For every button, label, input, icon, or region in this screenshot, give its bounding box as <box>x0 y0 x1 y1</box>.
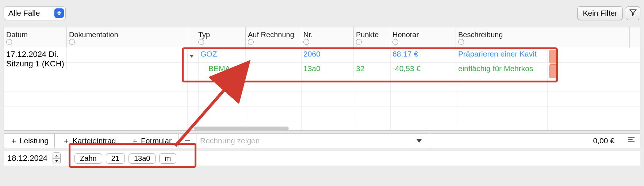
cell-desc: Präparieren einer Kavit <box>456 48 547 63</box>
chevron-down-icon <box>417 139 422 143</box>
no-filter-label: Kein Filter <box>583 9 617 18</box>
case-filter-select[interactable]: Alle Fälle <box>4 6 66 20</box>
cell-desc: einflächig für Mehrkos <box>456 63 547 77</box>
cell-points <box>354 48 390 63</box>
case-filter-label: Alle Fälle <box>8 9 54 18</box>
align-button[interactable] <box>622 133 640 148</box>
col-doc[interactable]: Dokumentation <box>69 31 185 39</box>
table-row[interactable]: GOZ 2060 68,17 € Präparieren einer Kavit <box>4 48 640 63</box>
action-toolbar: ＋Leistung ＋Karteieintrag ＋Formular − Rec… <box>4 133 640 148</box>
cell-type: GOZ <box>198 48 246 63</box>
col-type[interactable]: Typ <box>198 31 243 39</box>
add-card-button[interactable]: ＋Karteieintrag <box>55 133 124 148</box>
col-fee[interactable]: Honorar <box>392 31 453 39</box>
entry-tag[interactable]: Zahn <box>74 153 102 164</box>
chevron-updown-icon <box>54 8 64 18</box>
entry-date-field[interactable]: 18.12.2024 <box>5 153 50 164</box>
status-badge <box>549 64 558 78</box>
chevron-down-icon[interactable] <box>189 55 194 58</box>
filter-button[interactable] <box>626 6 640 20</box>
entry-tag[interactable]: m <box>159 153 176 164</box>
add-form-button[interactable]: ＋Formular <box>124 133 179 148</box>
cell-fee: 68,17 € <box>390 48 456 63</box>
dropdown-toggle[interactable] <box>408 133 430 148</box>
chevron-down-icon <box>55 160 58 162</box>
status-badge <box>549 50 558 63</box>
remove-button[interactable]: − <box>179 133 196 148</box>
col-nr[interactable]: Nr. <box>303 31 351 39</box>
funnel-icon <box>629 8 637 18</box>
cell-fee: -40,53 € <box>390 63 456 77</box>
entry-tag[interactable]: 13a0 <box>129 153 156 164</box>
horizontal-scrollbar[interactable] <box>194 127 289 130</box>
entry-tag[interactable]: 21 <box>106 153 125 164</box>
no-filter-button[interactable]: Kein Filter <box>577 6 623 20</box>
date-stepper[interactable] <box>53 152 61 164</box>
col-desc[interactable]: Beschreibung <box>458 31 627 39</box>
add-service-button[interactable]: ＋Leistung <box>4 133 55 148</box>
cell-type: BEMA <box>198 63 246 77</box>
col-points[interactable]: Punkte <box>356 31 388 39</box>
col-invoice[interactable]: Auf Rechnung <box>248 31 299 39</box>
chevron-up-icon <box>55 155 58 156</box>
show-invoice-button[interactable]: Rechnung zeigen <box>196 133 408 148</box>
sum-display: 0,00 € <box>430 133 622 148</box>
col-date[interactable]: Datum <box>6 31 64 39</box>
table-row[interactable]: BEMA 13a0 32 -40,53 € einflächig für Meh… <box>4 63 640 77</box>
cell-nr: 2060 <box>301 48 354 63</box>
cell-nr: 13a0 <box>301 63 354 77</box>
cell-points: 32 <box>354 63 390 77</box>
align-left-icon <box>627 136 635 145</box>
entry-row: 18.12.2024 Zahn 21 13a0 m <box>4 151 640 166</box>
services-table: Datum Dokumentation Typ Auf Rechnung Nr.… <box>4 27 640 131</box>
